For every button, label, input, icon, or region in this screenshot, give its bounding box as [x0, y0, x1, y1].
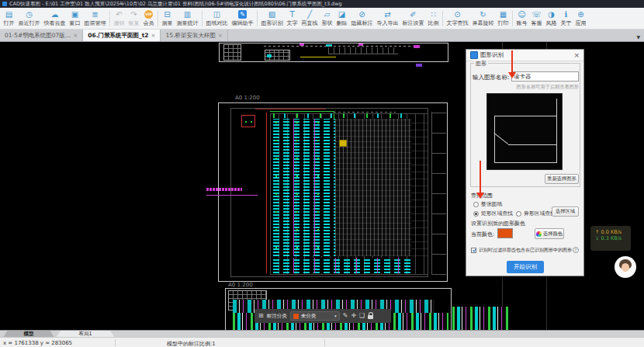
toolbar-button-account[interactable]: ☺账号	[514, 10, 529, 27]
toolbar-button-support[interactable]: ☏客服	[529, 10, 544, 27]
red-arrow-head	[508, 72, 516, 78]
red-arrow-annotation	[480, 161, 481, 193]
red-arrow-head	[476, 193, 484, 199]
undo-icon: ↶	[116, 10, 122, 19]
sheet-scale-label: A0 1:200	[228, 282, 253, 288]
dialog-close-icon[interactable]: ×	[573, 51, 580, 59]
compare-icon: ◫	[213, 10, 220, 19]
toolbar-button-screen-rotate[interactable]: ↻屏幕旋转	[470, 10, 496, 27]
cad-line	[270, 111, 334, 112]
cad-dashed-line	[334, 112, 396, 113]
avatar-image	[621, 263, 629, 272]
tab-overflow-caret-icon[interactable]: ▼	[636, 34, 640, 40]
toolbar-button-edit-assistant[interactable]: ✎编辑助手	[230, 9, 255, 27]
main-toolbar: ▤打开 ◷最近打开 ☁快看云盘 ▣窗口 ≣图层管理 ↶撤销 ↷恢复 VIP会员 …	[0, 8, 644, 29]
toolbar-button-text[interactable]: T文字	[285, 10, 299, 27]
shape-name-input[interactable]	[511, 71, 579, 82]
toolbar-button-apps[interactable]: ⊕应用	[573, 10, 588, 27]
color-wheel-icon	[536, 231, 542, 237]
toolbar-button-print[interactable]: ▦打印	[496, 10, 511, 27]
toolbar-separator	[257, 11, 258, 26]
toolbar-button-vip[interactable]: VIP会员	[141, 9, 156, 27]
toolbar-button-draw-line[interactable]: ╱画直线	[299, 10, 320, 27]
radio-icon[interactable]	[473, 202, 479, 207]
statusbar-divider	[115, 339, 116, 346]
theme-icon: ◑	[548, 10, 555, 19]
toolbar-button-open[interactable]: ▤打开	[2, 10, 16, 27]
device-array-cyan	[273, 119, 335, 256]
toolbar-button-shape-recognition[interactable]: ▧图形识别	[259, 10, 285, 27]
toolbar-button-import-export[interactable]: ⇄导入导出	[375, 10, 400, 27]
tab-close-icon[interactable]: ×	[151, 33, 156, 39]
select-area-button[interactable]: 选择区域	[552, 206, 579, 217]
copy-icon[interactable]: ❏	[359, 313, 365, 319]
graphic-group-label: 图形	[474, 60, 488, 68]
apps-icon: ⊕	[577, 10, 583, 19]
shape-name-label: 输入图形名称:	[473, 74, 510, 82]
toolbar-button-recent[interactable]: ◷最近打开	[16, 10, 42, 27]
help-icon[interactable]: ?	[573, 247, 579, 253]
cad-mark	[414, 45, 420, 48]
toolbar-button-cloud[interactable]: ☁快看云盘	[42, 10, 68, 27]
doc-tab-2-active[interactable]: 06.门禁系统平面图_t2×	[83, 29, 161, 41]
doc-tab-1[interactable]: 01-5#弱电系统图07版…×	[0, 29, 83, 41]
current-color-swatch	[497, 228, 513, 238]
title-block-strip	[431, 112, 446, 275]
toolbar-separator	[109, 11, 110, 26]
chevron-down-icon: ▾	[334, 314, 337, 318]
toolbar-button-redo[interactable]: ↷恢复	[126, 10, 141, 27]
user-icon: ☺	[518, 10, 525, 19]
result-color-title: 设置识别后的图形颜色	[471, 220, 525, 227]
ruler-icon: ⊟	[164, 10, 170, 19]
radio-selected-icon[interactable]	[473, 211, 479, 217]
tab-close-icon[interactable]: ×	[218, 33, 223, 39]
app-icon	[2, 2, 7, 6]
edit-icon[interactable]: ✎	[343, 313, 348, 319]
toolbar-button-window[interactable]: ▣窗口	[68, 10, 82, 27]
support-avatar-button[interactable]	[615, 256, 636, 278]
radio-icon[interactable]	[516, 211, 521, 217]
line-icon: ╱	[307, 10, 312, 19]
toolbar-button-measure[interactable]: ⊟测量	[160, 10, 175, 27]
toolbar-button-shape[interactable]: ▱形状	[320, 10, 334, 27]
checkbox-checked-icon[interactable]	[471, 248, 476, 253]
toolbar-button-annotation-settings[interactable]: ✐标注设置	[400, 10, 426, 27]
highlight-block-yellow	[339, 140, 347, 147]
doc-tab-3[interactable]: 15.桥架安装大样图×	[161, 29, 227, 41]
toolbar-button-measure-stats[interactable]: ▥测量统计	[175, 10, 200, 27]
reselect-shape-button[interactable]: 重新选择图形	[545, 174, 579, 184]
filter-checkbox-row[interactable]: 识别时过滤掉那些包含在已识别图形中的图形	[471, 247, 572, 254]
classify-label: 标注分类	[267, 313, 287, 320]
radio-irregular-region[interactable]: 异形区域查找	[516, 210, 556, 217]
toolbar-button-text-search[interactable]: ⊙文字查找	[445, 10, 470, 27]
tab-close-icon[interactable]: ×	[73, 33, 78, 39]
status-bar: x = 1761338 y = 283065 模型中的标注比例:1	[0, 337, 644, 347]
lock-icon[interactable]	[368, 315, 373, 319]
pick-color-button[interactable]: 选择颜色	[535, 228, 564, 239]
document-tab-bar: 01-5#弱电系统图07版…× 06.门禁系统平面图_t2× 15.桥架安装大样…	[0, 29, 644, 42]
toolbar-button-about[interactable]: ℹ关于	[559, 10, 573, 27]
shape-icon: ▱	[324, 10, 331, 19]
search-icon: ⊙	[454, 10, 460, 19]
grid-icon[interactable]: ⊞	[258, 313, 264, 319]
toolbar-button-hide-annotation[interactable]: ⊘隐藏标注	[349, 10, 375, 27]
info-icon: ℹ	[565, 10, 568, 19]
move-icon[interactable]: ✛	[351, 313, 356, 319]
edit-assistant-icon: ✎	[238, 10, 247, 19]
toolbar-button-drawing-compare[interactable]: ◫图纸对比	[204, 10, 230, 27]
start-recognition-button[interactable]: 开始识别	[507, 261, 544, 273]
pencil-settings-icon: ✐	[410, 10, 416, 19]
toolbar-button-delete[interactable]: ◪删除	[334, 10, 349, 27]
shape-recognition-dialog: 图形识别 × 图形 输入图形名称: 图形名称可用于后期查看图形 重新选择图形 查…	[466, 49, 584, 276]
toolbar-button-scale[interactable]: ∷比例	[426, 10, 441, 27]
import-export-icon: ⇄	[384, 10, 390, 19]
radio-rect-region[interactable]: 矩形区域查找	[473, 210, 513, 217]
radio-whole-drawing[interactable]: 整张图纸	[473, 200, 502, 208]
toolbar-button-layer-manager[interactable]: ≣图层管理	[82, 10, 108, 27]
download-speed: ↓ 0.3 KB/s	[595, 235, 631, 241]
toolbar-button-undo[interactable]: ↶撤销	[112, 10, 126, 27]
category-dropdown[interactable]: 未分类 ▾	[290, 311, 340, 321]
dialog-title: 图形识别	[480, 51, 571, 59]
toolbar-button-style[interactable]: ◑风格	[544, 10, 559, 27]
category-value: 未分类	[301, 313, 332, 320]
